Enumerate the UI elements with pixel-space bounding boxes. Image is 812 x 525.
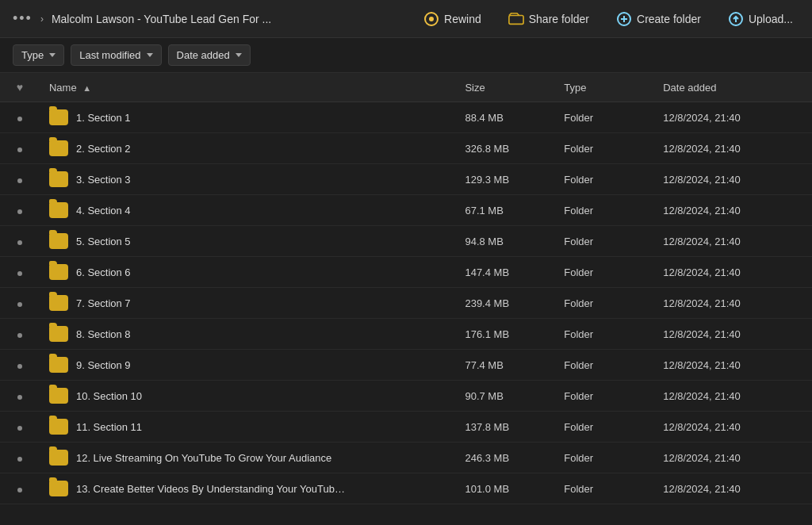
date-cell: 12/8/2024, 21:40: [653, 350, 812, 381]
name-column-header[interactable]: Name ▲: [40, 73, 455, 102]
name-cell[interactable]: 7. Section 7: [40, 288, 455, 319]
svg-point-1: [429, 17, 434, 21]
date-added-filter-chevron: [236, 53, 242, 57]
share-folder-button[interactable]: Share folder: [502, 8, 596, 30]
filter-bar: Type Last modified Date added: [0, 38, 812, 73]
fav-column-header: ♥: [0, 73, 40, 102]
size-cell: 246.3 MB: [455, 443, 554, 473]
type-cell: Folder: [554, 164, 653, 195]
name-cell[interactable]: 11. Section 11: [40, 412, 455, 443]
size-column-header: Size: [455, 73, 554, 102]
table-row[interactable]: 5. Section 594.8 MBFolder12/8/2024, 21:4…: [0, 226, 812, 257]
rewind-button[interactable]: Rewind: [417, 8, 488, 30]
size-cell: 326.8 MB: [455, 133, 554, 164]
file-name-text: 7. Section 7: [76, 297, 131, 309]
file-name-text: 9. Section 9: [76, 359, 131, 371]
breadcrumb-dots[interactable]: •••: [13, 10, 33, 27]
fav-cell: [0, 195, 40, 226]
folder-icon: [49, 264, 68, 280]
type-cell: Folder: [554, 226, 653, 257]
date-cell: 12/8/2024, 21:40: [653, 102, 812, 133]
type-cell: Folder: [554, 195, 653, 226]
fav-cell: [0, 102, 40, 133]
heart-icon: ♥: [17, 81, 23, 94]
name-cell[interactable]: 8. Section 8: [40, 319, 455, 350]
table-row[interactable]: 2. Section 2326.8 MBFolder12/8/2024, 21:…: [0, 133, 812, 164]
table-row[interactable]: 8. Section 8176.1 MBFolder12/8/2024, 21:…: [0, 319, 812, 350]
table-row[interactable]: 10. Section 1090.7 MBFolder12/8/2024, 21…: [0, 381, 812, 412]
name-cell[interactable]: 4. Section 4: [40, 195, 455, 226]
fav-dot: [17, 395, 22, 400]
table-row[interactable]: 4. Section 467.1 MBFolder12/8/2024, 21:4…: [0, 195, 812, 226]
date-cell: 12/8/2024, 21:40: [653, 288, 812, 319]
type-cell: Folder: [554, 381, 653, 412]
name-cell[interactable]: 9. Section 9: [40, 350, 455, 381]
date-cell: 12/8/2024, 21:40: [653, 226, 812, 257]
fav-cell: [0, 443, 40, 473]
type-cell: Folder: [554, 350, 653, 381]
share-icon: [508, 11, 524, 27]
table-row[interactable]: 11. Section 11137.8 MBFolder12/8/2024, 2…: [0, 412, 812, 443]
date-added-filter-button[interactable]: Date added: [168, 44, 251, 66]
type-column-header: Type: [554, 73, 653, 102]
table-row[interactable]: 1. Section 188.4 MBFolder12/8/2024, 21:4…: [0, 102, 812, 133]
last-modified-filter-chevron: [147, 53, 153, 57]
file-name-text: 12. Live Streaming On YouTube To Grow Yo…: [76, 452, 331, 464]
fav-dot: [17, 117, 22, 121]
last-modified-filter-button[interactable]: Last modified: [71, 44, 161, 66]
file-table: ♥ Name ▲ Size Type Date added 1. Section…: [0, 73, 812, 504]
file-name-text: 10. Section 10: [76, 390, 142, 402]
fav-dot: [17, 178, 22, 183]
table-row[interactable]: 3. Section 3129.3 MBFolder12/8/2024, 21:…: [0, 164, 812, 195]
size-cell: 137.8 MB: [455, 412, 554, 443]
folder-icon: [49, 326, 68, 342]
file-name-text: 13. Create Better Videos By Understandin…: [76, 483, 346, 495]
fav-cell: [0, 257, 40, 288]
upload-label: Upload...: [749, 13, 793, 25]
type-cell: Folder: [554, 102, 653, 133]
table-row[interactable]: 7. Section 7239.4 MBFolder12/8/2024, 21:…: [0, 288, 812, 319]
fav-dot: [17, 302, 22, 307]
folder-icon: [49, 388, 68, 404]
name-cell[interactable]: 1. Section 1: [40, 102, 455, 133]
breadcrumb-path: Malcolm Lawson - YouTube Lead Gen For ..…: [52, 13, 271, 25]
fav-dot: [17, 488, 22, 492]
size-cell: 77.4 MB: [455, 350, 554, 381]
name-cell[interactable]: 10. Section 10: [40, 381, 455, 412]
folder-icon: [49, 233, 68, 249]
name-cell[interactable]: 12. Live Streaming On YouTube To Grow Yo…: [40, 443, 455, 473]
file-name-text: 4. Section 4: [76, 205, 131, 217]
folder-icon: [49, 450, 68, 466]
date-cell: 12/8/2024, 21:40: [653, 164, 812, 195]
table-row[interactable]: 9. Section 977.4 MBFolder12/8/2024, 21:4…: [0, 350, 812, 381]
name-cell[interactable]: 5. Section 5: [40, 226, 455, 257]
name-cell[interactable]: 13. Create Better Videos By Understandin…: [40, 473, 455, 504]
type-cell: Folder: [554, 473, 653, 504]
upload-icon: [728, 11, 744, 27]
fav-dot: [17, 271, 22, 276]
type-filter-button[interactable]: Type: [13, 44, 64, 66]
table-row[interactable]: 13. Create Better Videos By Understandin…: [0, 473, 812, 504]
upload-button[interactable]: Upload...: [722, 8, 799, 30]
folder-icon: [49, 295, 68, 311]
name-cell[interactable]: 6. Section 6: [40, 257, 455, 288]
fav-cell: [0, 133, 40, 164]
type-cell: Folder: [554, 319, 653, 350]
date-cell: 12/8/2024, 21:40: [653, 257, 812, 288]
file-name-text: 8. Section 8: [76, 328, 131, 340]
last-modified-filter-label: Last modified: [79, 49, 140, 61]
file-name-text: 2. Section 2: [76, 143, 131, 155]
size-cell: 239.4 MB: [455, 288, 554, 319]
table-row[interactable]: 6. Section 6147.4 MBFolder12/8/2024, 21:…: [0, 257, 812, 288]
top-bar: ••• › Malcolm Lawson - YouTube Lead Gen …: [0, 0, 812, 38]
folder-icon: [49, 202, 68, 218]
fav-cell: [0, 226, 40, 257]
size-cell: 101.0 MB: [455, 473, 554, 504]
svg-rect-2: [509, 15, 523, 24]
create-folder-button[interactable]: Create folder: [610, 8, 707, 30]
name-cell[interactable]: 3. Section 3: [40, 164, 455, 195]
file-name-text: 11. Section 11: [76, 421, 142, 433]
name-cell[interactable]: 2. Section 2: [40, 133, 455, 164]
size-cell: 94.8 MB: [455, 226, 554, 257]
table-row[interactable]: 12. Live Streaming On YouTube To Grow Yo…: [0, 443, 812, 473]
